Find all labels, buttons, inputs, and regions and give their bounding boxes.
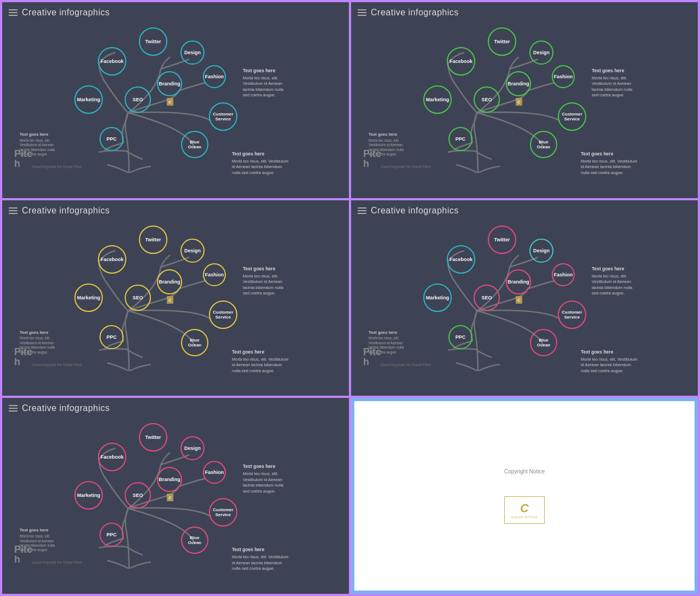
- text-title-3a: Text goes here: [243, 266, 283, 273]
- circle-ppc-2: PPC: [448, 127, 472, 151]
- circle-design-3: Design: [180, 239, 205, 263]
- circle-facebook-3: Facebook: [98, 245, 126, 274]
- text-body-1a: Morbi leo risus, elit.Vestibulum id Aene…: [243, 76, 283, 99]
- circle-branding-4: Branding: [506, 269, 531, 294]
- menu-icon-2[interactable]: [358, 9, 366, 16]
- svg-text:C: C: [168, 298, 172, 303]
- circle-fashion-4: Fashion: [552, 263, 575, 286]
- text-title-4a: Text goes here: [592, 266, 632, 273]
- slide-5-title: Creative infographics: [22, 403, 110, 413]
- text-title-5a: Text goes here: [243, 464, 283, 470]
- circle-seo-1: SEO: [125, 86, 151, 113]
- tree-svg-3: C: [9, 218, 342, 371]
- circle-design-4: Design: [529, 239, 553, 263]
- pitch-sub-1: Good Keynote for Great Pitch: [32, 165, 82, 169]
- circle-facebook-5: Facebook: [98, 443, 126, 471]
- slide-3-header: Creative infographics: [9, 206, 342, 216]
- pitch-sub-3: Good Keynote for Great Pitch: [32, 363, 82, 367]
- circle-facebook-2: Facebook: [447, 47, 475, 76]
- slide-1-content: C Twitter Design Facebook Fashion Brandi…: [9, 20, 342, 173]
- circle-seo-2: SEO: [474, 86, 500, 113]
- slide-4-content: C Twitter Design Facebook Fashion Brandi…: [358, 218, 691, 371]
- logo-letter: C: [520, 501, 529, 516]
- circle-branding-2: Branding: [506, 71, 531, 96]
- text-body-1b: Morbi leo risus, elit. Vestibulumid Aene…: [232, 159, 288, 176]
- slide-2-title: Creative infographics: [371, 8, 459, 18]
- circle-fashion-3: Fashion: [203, 263, 226, 286]
- circle-marketing-4: Marketing: [423, 283, 452, 312]
- slide-1-header: Creative infographics: [9, 8, 342, 18]
- slide-3: Creative infographics: [2, 200, 349, 396]
- circle-ppc-3: PPC: [100, 325, 124, 349]
- text-title-3c: Text goes here: [20, 330, 55, 335]
- circle-marketing-2: Marketing: [423, 85, 452, 114]
- pitch-label-5: Pitch: [14, 545, 32, 564]
- svg-text:C: C: [168, 495, 172, 500]
- circle-blueocean-4: BlueOcean: [530, 329, 557, 356]
- text-title-4c: Text goes here: [369, 330, 404, 335]
- menu-icon-4[interactable]: [358, 207, 366, 214]
- circle-branding-5: Branding: [157, 467, 182, 492]
- pitch-sub-5: Good Keynote for Great Pitch: [32, 560, 82, 564]
- slide-2: Creative infographics: [351, 2, 698, 198]
- circle-blueocean-1: BlueOcean: [181, 131, 208, 158]
- text-body-5b: Morbi leo risus, elit. Vestibulumid Aene…: [232, 554, 288, 572]
- pitch-label-4: Pitch: [363, 347, 381, 367]
- circle-blueocean-5: BlueOcean: [181, 526, 208, 554]
- slide-5-content: C Twitter Design Facebook Fashion Brandi…: [9, 415, 342, 569]
- text-block-right-top-4: Text goes here Morbi leo risus, elit.Ves…: [592, 266, 632, 297]
- circle-fashion-2: Fashion: [552, 65, 575, 88]
- tree-svg-2: C: [358, 20, 691, 173]
- text-block-right-top-2: Text goes here Morbi leo risus, elit.Ves…: [592, 68, 632, 99]
- slide-1: Creative infographics: [2, 2, 349, 198]
- circle-customerservice-4: CustomerService: [558, 300, 586, 329]
- text-body-2b: Morbi leo risus, elit. Vestibulumid Aene…: [581, 159, 637, 176]
- circle-blueocean-3: BlueOcean: [181, 329, 208, 356]
- slide-4-header: Creative infographics: [358, 206, 691, 216]
- text-title-1b: Text goes here: [232, 151, 288, 158]
- text-block-right-bottom-3: Text goes here Morbi leo risus, elit. Ve…: [232, 349, 288, 374]
- text-block-right-bottom-1: Text goes here Morbi leo risus, elit. Ve…: [232, 151, 288, 176]
- text-title-5c: Text goes here: [20, 528, 55, 533]
- circle-twitter-1: Twitter: [139, 27, 167, 56]
- copyright-notice: Copyright Notice: [504, 468, 545, 475]
- logo-box: C GOOD PITCH: [504, 496, 545, 524]
- tree-svg-1: C: [9, 20, 342, 173]
- text-body-2a: Morbi leo risus, elit.Vestibulum id Aene…: [592, 76, 632, 99]
- circle-ppc-5: PPC: [100, 523, 124, 547]
- slide-2-header: Creative infographics: [358, 8, 691, 18]
- circle-branding-1: Branding: [157, 71, 182, 96]
- svg-text:C: C: [517, 298, 521, 303]
- circle-ppc-1: PPC: [100, 127, 124, 151]
- slide-2-content: C Twitter Design Facebook Fashion Brandi…: [358, 20, 691, 173]
- circle-twitter-5: Twitter: [139, 423, 167, 452]
- text-body-5a: Morbi leo risus, elit.Vestibulum id Aene…: [243, 471, 283, 494]
- text-block-right-bottom-5: Text goes here Morbi leo risus, elit. Ve…: [232, 547, 288, 571]
- slide-4: Creative infographics: [351, 200, 698, 396]
- circle-ppc-4: PPC: [448, 325, 472, 349]
- svg-text:C: C: [517, 100, 521, 105]
- pitch-label-2: Pitch: [363, 149, 381, 169]
- menu-icon-5[interactable]: [9, 405, 18, 412]
- slide-1-title: Creative infographics: [22, 8, 110, 18]
- circle-design-1: Design: [180, 40, 205, 65]
- text-title-2a: Text goes here: [592, 68, 632, 74]
- pitch-label-3: Pitch: [14, 347, 32, 367]
- circle-design-2: Design: [529, 40, 553, 65]
- circle-marketing-1: Marketing: [74, 85, 103, 114]
- logo-sub: GOOD PITCH: [511, 516, 538, 519]
- text-block-right-bottom-4: Text goes here Morbi leo risus, elit. Ve…: [581, 349, 637, 374]
- text-title-1c: Text goes here: [20, 132, 55, 137]
- circle-seo-4: SEO: [474, 285, 500, 311]
- circle-twitter-4: Twitter: [488, 225, 516, 254]
- slide-3-title: Creative infographics: [22, 206, 110, 216]
- circle-seo-5: SEO: [125, 482, 151, 508]
- svg-text:C: C: [168, 100, 172, 105]
- circle-marketing-3: Marketing: [74, 283, 103, 312]
- circle-twitter-3: Twitter: [139, 225, 167, 254]
- text-block-right-top-1: Text goes here Morbi leo risus, elit.Ves…: [243, 68, 283, 99]
- slide-3-content: C Twitter Design Facebook Fashion Brandi…: [9, 218, 342, 371]
- menu-icon-3[interactable]: [9, 207, 18, 214]
- text-block-right-top-3: Text goes here Morbi leo risus, elit.Ves…: [243, 266, 283, 297]
- menu-icon[interactable]: [9, 9, 18, 16]
